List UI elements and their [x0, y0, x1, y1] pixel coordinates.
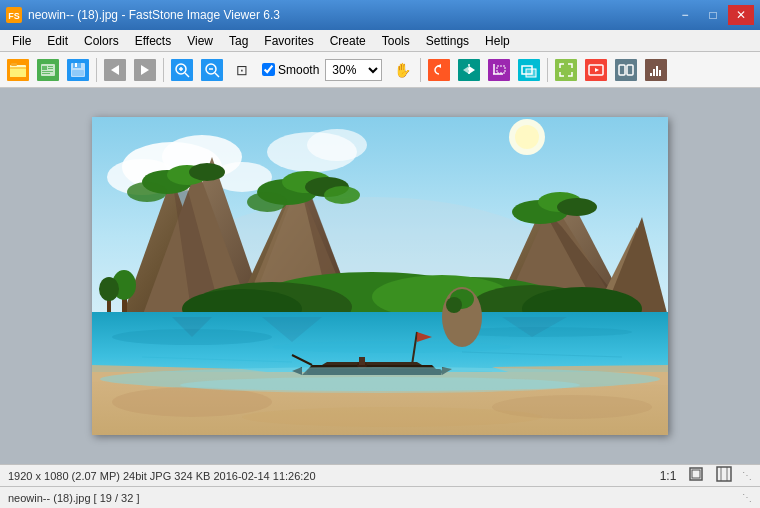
compare-icon — [615, 59, 637, 81]
svg-text:FS: FS — [8, 11, 20, 21]
svg-rect-114 — [359, 357, 365, 365]
menu-item-settings[interactable]: Settings — [418, 30, 477, 51]
svg-point-74 — [324, 186, 360, 204]
rotate-cw-icon — [428, 59, 450, 81]
svg-point-119 — [446, 297, 462, 313]
separator-1 — [96, 58, 97, 82]
title-text: neowin-- (18).jpg - FastStone Image View… — [28, 8, 280, 22]
menu-item-favorites[interactable]: Favorites — [256, 30, 321, 51]
menu-item-view[interactable]: View — [179, 30, 221, 51]
zoom-in-icon — [171, 59, 193, 81]
histogram-icon — [645, 59, 667, 81]
close-button[interactable]: ✕ — [728, 5, 754, 25]
stretch-button[interactable] — [714, 466, 734, 486]
zoom-out-button[interactable] — [198, 56, 226, 84]
save-button[interactable] — [64, 56, 92, 84]
fit-window-button[interactable] — [686, 466, 706, 486]
menu-item-help[interactable]: Help — [477, 30, 518, 51]
zoom-out-icon — [201, 59, 223, 81]
svg-rect-8 — [48, 68, 53, 69]
flip-h-button[interactable] — [455, 56, 483, 84]
svg-marker-15 — [111, 65, 119, 75]
smooth-label[interactable]: Smooth — [278, 63, 319, 77]
svg-point-102 — [112, 387, 272, 417]
pan-button[interactable]: ✋ — [388, 56, 416, 84]
svg-rect-36 — [627, 65, 633, 75]
crop-button[interactable] — [485, 56, 513, 84]
smooth-checkbox-group: Smooth — [262, 63, 319, 77]
svg-rect-13 — [75, 63, 77, 67]
menu-item-create[interactable]: Create — [322, 30, 374, 51]
scene-image — [92, 117, 668, 435]
resize-button[interactable] — [515, 56, 543, 84]
svg-rect-9 — [42, 71, 53, 72]
svg-line-22 — [215, 73, 219, 77]
svg-point-73 — [247, 192, 287, 212]
prev-icon — [104, 59, 126, 81]
next-icon — [134, 59, 156, 81]
svg-rect-35 — [619, 65, 625, 75]
svg-point-104 — [242, 407, 542, 427]
svg-rect-39 — [656, 66, 658, 76]
menu-item-file[interactable]: File — [4, 30, 39, 51]
svg-rect-121 — [692, 470, 700, 478]
histogram-button[interactable] — [642, 56, 670, 84]
flip-h-icon — [458, 59, 480, 81]
svg-marker-34 — [595, 68, 599, 72]
svg-marker-24 — [437, 64, 441, 68]
actual-size-label: 1:1 — [660, 469, 677, 483]
resize-icon — [518, 59, 540, 81]
filename-info: neowin-- (18).jpg [ 19 / 32 ] — [8, 492, 139, 504]
status-right-1: 1:1 ⋱ — [658, 466, 752, 486]
svg-marker-106 — [322, 362, 422, 365]
fit-icon: ⊡ — [231, 59, 253, 81]
svg-point-77 — [557, 198, 597, 216]
maximize-button[interactable]: □ — [700, 5, 726, 25]
svg-marker-26 — [463, 66, 469, 74]
menu-item-colors[interactable]: Colors — [76, 30, 127, 51]
svg-rect-40 — [659, 70, 661, 76]
svg-rect-7 — [48, 66, 53, 67]
open-file-icon — [7, 59, 29, 81]
menu-item-edit[interactable]: Edit — [39, 30, 76, 51]
separator-3 — [420, 58, 421, 82]
slideshow-button[interactable] — [582, 56, 610, 84]
svg-point-50 — [307, 129, 367, 161]
resize-grip-2: ⋱ — [742, 492, 752, 503]
compare-button[interactable] — [612, 56, 640, 84]
resize-grip: ⋱ — [742, 470, 752, 481]
svg-rect-4 — [11, 63, 17, 66]
main-content — [0, 88, 760, 464]
app-icon: FS — [6, 7, 22, 23]
svg-rect-10 — [42, 73, 50, 74]
minimize-button[interactable]: − — [672, 5, 698, 25]
open-file-button[interactable] — [4, 56, 32, 84]
fit-button[interactable]: ⊡ — [228, 56, 256, 84]
smooth-checkbox[interactable] — [262, 63, 275, 76]
zoom-in-button[interactable] — [168, 56, 196, 84]
menu-item-effects[interactable]: Effects — [127, 30, 179, 51]
svg-rect-37 — [650, 73, 652, 76]
title-left: FS neowin-- (18).jpg - FastStone Image V… — [6, 7, 280, 23]
svg-rect-14 — [72, 70, 84, 76]
actual-size-button[interactable]: 1:1 — [658, 466, 678, 486]
zoom-select[interactable]: 30% 10% 25% 50% 75% 100% — [325, 59, 382, 81]
prev-image-button[interactable] — [101, 56, 129, 84]
title-controls: − □ ✕ — [672, 5, 754, 25]
fullscreen-icon — [555, 59, 577, 81]
browse-button[interactable] — [34, 56, 62, 84]
rotate-cw-button[interactable] — [425, 56, 453, 84]
svg-point-44 — [515, 125, 539, 149]
menu-item-tools[interactable]: Tools — [374, 30, 418, 51]
next-image-button[interactable] — [131, 56, 159, 84]
menu-item-tag[interactable]: Tag — [221, 30, 256, 51]
image-container[interactable] — [92, 117, 668, 435]
svg-point-68 — [189, 163, 225, 181]
slideshow-icon — [585, 59, 607, 81]
svg-rect-30 — [497, 66, 505, 73]
fullscreen-button[interactable] — [552, 56, 580, 84]
svg-marker-16 — [141, 65, 149, 75]
crop-icon — [488, 59, 510, 81]
svg-rect-38 — [653, 69, 655, 76]
status-bar-1: 1920 x 1080 (2.07 MP) 24bit JPG 324 KB 2… — [0, 464, 760, 486]
